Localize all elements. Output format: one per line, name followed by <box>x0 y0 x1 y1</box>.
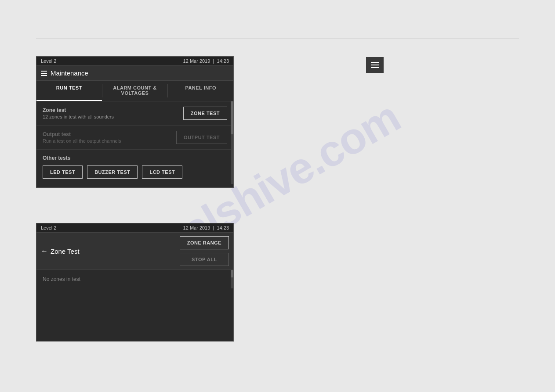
panel1-level: Level 2 <box>41 58 56 64</box>
hamburger-line1 <box>41 71 47 72</box>
tab-run-test[interactable]: RUN TEST <box>36 81 102 101</box>
menu-icon-line2 <box>371 65 379 65</box>
hamburger-line3 <box>41 75 47 76</box>
panel2-level: Level 2 <box>41 225 56 230</box>
zone-test-info: Zone test 12 zones in test with all soun… <box>43 107 114 119</box>
back-button[interactable]: ← Zone Test <box>41 247 80 255</box>
other-tests-section: Other tests LED TEST BUZZER TEST LCD TES… <box>36 150 233 184</box>
zone-test-row: Zone test 12 zones in test with all soun… <box>36 101 233 126</box>
panel1-title: Maintenance <box>51 69 88 77</box>
stop-all-button[interactable]: STOP ALL <box>180 253 229 266</box>
panel2-content: No zones in test <box>36 270 233 288</box>
panel1-datetime: 12 Mar 2019 | 14:23 <box>183 58 229 64</box>
page-container: manualshive.com Level 2 12 Mar 2019 | 14… <box>0 0 555 392</box>
menu-button[interactable] <box>366 57 384 73</box>
tab-panel-info[interactable]: PANEL INFO <box>168 81 233 101</box>
panel1-content: Zone test 12 zones in test with all soun… <box>36 101 233 184</box>
output-test-row: Output test Run a test on all the output… <box>36 126 233 150</box>
buzzer-test-button[interactable]: BUZZER TEST <box>87 165 138 179</box>
scroll-indicator-1[interactable] <box>231 101 233 184</box>
panel1-body: Zone test 12 zones in test with all soun… <box>36 101 233 184</box>
zone-test-sublabel: 12 zones in test with all sounders <box>43 114 114 119</box>
other-tests-buttons: LED TEST BUZZER TEST LCD TEST <box>43 165 227 179</box>
other-tests-label: Other tests <box>43 155 227 161</box>
zone-status-text: No zones in test <box>43 276 227 282</box>
zone-test-button[interactable]: ZONE TEST <box>183 107 227 120</box>
output-test-sublabel: Run a test on all the output channels <box>43 138 121 144</box>
scroll-indicator-2[interactable] <box>231 270 233 288</box>
hamburger-icon[interactable] <box>41 71 47 76</box>
back-arrow-icon: ← <box>41 247 48 255</box>
panel2-datetime: 12 Mar 2019 | 14:23 <box>183 225 229 230</box>
scroll-thumb-2 <box>231 270 233 277</box>
zone-test-panel: Level 2 12 Mar 2019 | 14:23 ← Zone Test … <box>36 223 234 342</box>
output-test-button[interactable]: OUTPUT TEST <box>176 131 227 144</box>
lcd-test-button[interactable]: LCD TEST <box>142 165 182 179</box>
hamburger-line2 <box>41 73 47 74</box>
panel2-title-bar: ← Zone Test ZONE RANGE STOP ALL <box>36 233 233 270</box>
tabs-bar: RUN TEST ALARM COUNT & VOLTAGES PANEL IN… <box>36 81 233 101</box>
panel1-title-bar: Maintenance <box>36 66 233 81</box>
panel2-title: Zone Test <box>51 248 80 255</box>
zone-range-button[interactable]: ZONE RANGE <box>180 236 229 249</box>
maintenance-panel: Level 2 12 Mar 2019 | 14:23 Maintenance … <box>36 56 234 188</box>
scroll-thumb-1 <box>231 101 233 134</box>
output-test-label: Output test <box>43 131 121 137</box>
menu-icon-line1 <box>371 62 379 63</box>
led-test-button[interactable]: LED TEST <box>43 165 83 179</box>
panel1-header: Level 2 12 Mar 2019 | 14:23 <box>36 57 233 66</box>
output-test-info: Output test Run a test on all the output… <box>43 131 121 144</box>
panel2-body: No zones in test <box>36 270 233 288</box>
menu-icon-line3 <box>371 67 379 68</box>
tab-alarm-count[interactable]: ALARM COUNT & VOLTAGES <box>102 81 168 101</box>
top-separator <box>36 39 519 39</box>
zone-test-label: Zone test <box>43 107 114 113</box>
panel2-header: Level 2 12 Mar 2019 | 14:23 <box>36 223 233 233</box>
zone-test-action-buttons: ZONE RANGE STOP ALL <box>180 236 229 266</box>
